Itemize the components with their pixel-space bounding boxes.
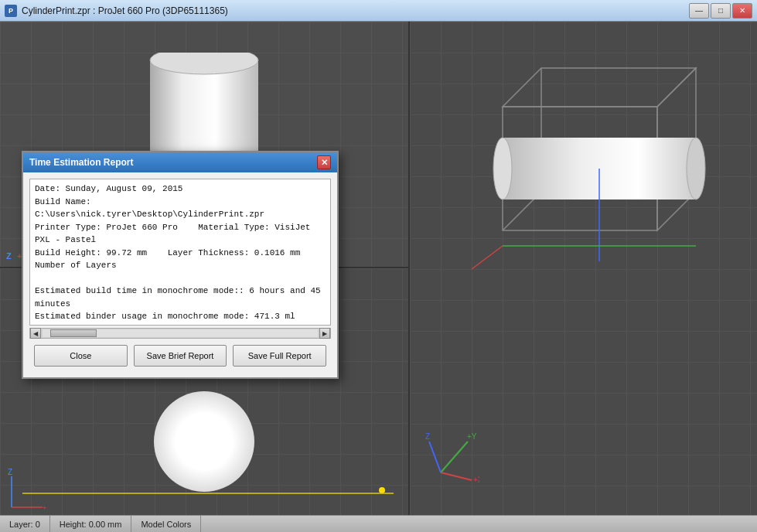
dialog-title-bar: Time Estimation Report ✕	[23, 152, 337, 172]
svg-line-22	[441, 442, 468, 472]
right-viewport: +X +Y Z	[410, 22, 757, 515]
circle-top	[154, 391, 254, 492]
svg-text:+Y: +Y	[467, 432, 477, 441]
report-container: ◀ ▶	[29, 179, 331, 339]
svg-line-19	[472, 246, 503, 269]
window-title: CylinderPrint.zpr : ProJet 660 Pro (3DP6…	[22, 5, 228, 16]
scroll-right-arrow[interactable]: ▶	[319, 328, 330, 339]
svg-marker-9	[503, 68, 696, 107]
dialog-close-icon-button[interactable]: ✕	[317, 155, 331, 169]
dialog-content: ◀ ▶ Close Save Brief Report Save Full Re…	[23, 172, 337, 377]
layer-status: Layer: 0	[0, 516, 50, 532]
scroll-track[interactable]	[43, 329, 318, 337]
minimize-button[interactable]: —	[689, 3, 709, 19]
svg-text:Z: Z	[8, 469, 12, 476]
report-textarea[interactable]	[29, 179, 331, 326]
horizontal-scrollbar[interactable]: ◀ ▶	[29, 328, 331, 339]
scroll-left-arrow[interactable]: ◀	[30, 328, 41, 339]
svg-line-20	[441, 472, 472, 480]
wireframe-3d-svg	[456, 45, 735, 277]
svg-text:Z: Z	[425, 432, 430, 441]
svg-point-16	[687, 138, 705, 200]
window-close-button[interactable]: ✕	[732, 3, 752, 19]
time-estimation-dialog: Time Estimation Report ✕ ◀ ▶ Close	[22, 151, 339, 379]
svg-line-24	[429, 442, 441, 472]
svg-text:+X: +X	[43, 504, 46, 512]
bottom-axis-line	[12, 492, 408, 495]
svg-text:+X: +X	[473, 476, 479, 484]
z-axis-label: Z	[6, 251, 12, 261]
3d-axis-indicator: +X +Y Z	[425, 430, 479, 484]
save-full-report-button[interactable]: Save Full Report	[233, 345, 326, 367]
dialog-buttons: Close Save Brief Report Save Full Report	[29, 339, 331, 371]
app-icon: P	[5, 5, 17, 17]
color-mode-status: Model Colors	[131, 516, 201, 532]
title-controls: — □ ✕	[689, 3, 752, 19]
scroll-thumb[interactable]	[50, 329, 97, 337]
save-brief-report-button[interactable]: Save Brief Report	[134, 345, 227, 367]
maximize-button[interactable]: □	[711, 3, 731, 19]
close-button[interactable]: Close	[34, 345, 128, 367]
svg-point-15	[493, 138, 512, 200]
dialog-title: Time Estimation Report	[29, 157, 133, 168]
status-bar: Layer: 0 Height: 0.00 mm Model Colors	[0, 515, 757, 532]
title-bar: P CylinderPrint.zpr : ProJet 660 Pro (3D…	[0, 0, 757, 22]
height-status: Height: 0.00 mm	[50, 516, 132, 532]
title-bar-left: P CylinderPrint.zpr : ProJet 660 Pro (3D…	[5, 5, 228, 17]
